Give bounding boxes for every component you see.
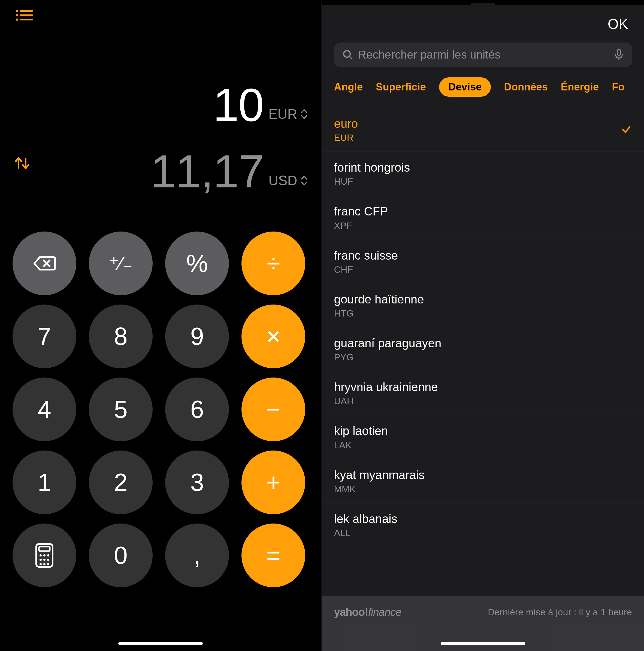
key-0[interactable]: 0 bbox=[89, 524, 153, 587]
home-indicator[interactable] bbox=[118, 642, 203, 645]
unit-code: HUF bbox=[334, 176, 410, 187]
chevron-updown-icon bbox=[300, 175, 308, 187]
ok-button[interactable]: OK bbox=[608, 16, 628, 32]
tab-énergie[interactable]: Énergie bbox=[561, 78, 599, 97]
svg-point-11 bbox=[39, 559, 42, 561]
history-list-icon[interactable] bbox=[15, 9, 33, 22]
unit-name: euro bbox=[334, 116, 358, 131]
unit-row-pyg[interactable]: guaraní paraguayenPYG bbox=[322, 327, 644, 371]
unit-row-chf[interactable]: franc suisseCHF bbox=[322, 240, 644, 283]
svg-point-16 bbox=[47, 563, 49, 565]
backspace-button[interactable] bbox=[12, 231, 76, 295]
minus-button[interactable]: − bbox=[241, 377, 305, 441]
search-input[interactable] bbox=[358, 48, 609, 61]
yahoo-finance-logo: yahoo!finance bbox=[334, 606, 402, 618]
multiply-button[interactable]: × bbox=[241, 305, 305, 368]
key-2[interactable]: 2 bbox=[89, 451, 153, 514]
key-3[interactable]: 3 bbox=[165, 451, 229, 514]
unit-row-huf[interactable]: forint hongroisHUF bbox=[322, 151, 644, 195]
key-9[interactable]: 9 bbox=[165, 305, 229, 368]
unit-name: forint hongrois bbox=[334, 160, 410, 175]
svg-point-13 bbox=[47, 559, 49, 561]
chevron-updown-icon bbox=[300, 108, 308, 120]
unit-picker-pane: OK AngleSuperficieDeviseDonnéesÉnergieFo… bbox=[322, 0, 644, 651]
tab-superficie[interactable]: Superficie bbox=[376, 78, 426, 97]
unit-code: ALL bbox=[334, 528, 397, 538]
key-6[interactable]: 6 bbox=[165, 377, 229, 441]
unit-row-htg[interactable]: gourde haïtienneHTG bbox=[322, 283, 644, 327]
unit-code: EUR bbox=[334, 132, 358, 143]
calculator-icon bbox=[35, 542, 54, 568]
unit-name: kip laotien bbox=[334, 423, 388, 438]
calculator-pane: 10 EUR 11,17 USD bbox=[0, 0, 322, 651]
unit-name: kyat myanmarais bbox=[334, 467, 425, 483]
output-unit-label: USD bbox=[268, 173, 297, 188]
tab-devise[interactable]: Devise bbox=[439, 78, 491, 97]
input-unit-selector[interactable]: EUR bbox=[268, 106, 308, 128]
display-divider bbox=[38, 138, 308, 138]
decimal-button[interactable]: , bbox=[165, 524, 229, 587]
unit-code: XPF bbox=[334, 220, 388, 231]
svg-point-4 bbox=[16, 19, 18, 21]
svg-line-18 bbox=[349, 56, 352, 59]
input-value: 10 bbox=[213, 82, 264, 128]
output-value: 11,17 bbox=[150, 148, 264, 194]
unit-name: hryvnia ukrainienne bbox=[334, 379, 438, 395]
unit-name: guaraní paraguayen bbox=[334, 335, 441, 351]
unit-row-lak[interactable]: kip laotienLAK bbox=[322, 415, 644, 459]
unit-code: MMK bbox=[334, 484, 425, 494]
svg-point-10 bbox=[47, 554, 49, 556]
equals-button[interactable]: = bbox=[241, 524, 305, 587]
key-1[interactable]: 1 bbox=[12, 451, 76, 514]
tab-données[interactable]: Données bbox=[504, 78, 548, 97]
calculator-mode-button[interactable] bbox=[12, 524, 76, 587]
svg-point-12 bbox=[43, 559, 46, 561]
sheet-grabber[interactable] bbox=[322, 0, 644, 5]
input-unit-label: EUR bbox=[268, 106, 297, 122]
unit-code: UAH bbox=[334, 396, 438, 406]
output-unit-selector[interactable]: USD bbox=[268, 173, 308, 194]
mic-icon[interactable] bbox=[614, 48, 624, 61]
unit-code: HTG bbox=[334, 308, 424, 319]
unit-code: CHF bbox=[334, 264, 398, 275]
home-indicator[interactable] bbox=[441, 642, 525, 645]
svg-rect-7 bbox=[39, 547, 50, 551]
svg-point-0 bbox=[16, 10, 18, 12]
svg-point-14 bbox=[39, 563, 42, 565]
svg-point-8 bbox=[39, 554, 42, 556]
unit-code: LAK bbox=[334, 440, 388, 451]
key-8[interactable]: 8 bbox=[89, 305, 153, 368]
unit-name: gourde haïtienne bbox=[334, 291, 424, 307]
svg-point-15 bbox=[43, 563, 46, 565]
search-icon bbox=[342, 49, 353, 60]
key-7[interactable]: 7 bbox=[12, 305, 76, 368]
input-display-row: 10 EUR bbox=[13, 82, 308, 128]
unit-name: franc suisse bbox=[334, 248, 398, 263]
key-4[interactable]: 4 bbox=[12, 377, 76, 441]
unit-row-mmk[interactable]: kyat myanmaraisMMK bbox=[322, 459, 644, 503]
unit-list[interactable]: euroEURforint hongroisHUFfranc CFPXPFfra… bbox=[322, 107, 644, 651]
last-update-text: Dernière mise à jour : il y a 1 heure bbox=[488, 607, 632, 618]
unit-name: lek albanais bbox=[334, 511, 397, 527]
divide-button[interactable]: ÷ bbox=[241, 231, 305, 295]
tab-fo[interactable]: Fo bbox=[612, 78, 624, 97]
tab-angle[interactable]: Angle bbox=[334, 78, 363, 97]
search-bar[interactable] bbox=[334, 42, 632, 67]
key-5[interactable]: 5 bbox=[89, 377, 153, 441]
check-icon bbox=[620, 124, 632, 135]
percent-button[interactable]: % bbox=[165, 231, 229, 295]
unit-row-uah[interactable]: hryvnia ukrainienneUAH bbox=[322, 371, 644, 415]
plus-button[interactable]: + bbox=[241, 451, 305, 514]
svg-point-2 bbox=[16, 14, 18, 17]
backspace-icon bbox=[32, 251, 57, 276]
svg-point-9 bbox=[43, 554, 46, 556]
category-tabs: AngleSuperficieDeviseDonnéesÉnergieFo bbox=[322, 76, 644, 107]
unit-code: PYG bbox=[334, 352, 441, 363]
output-display-row: 11,17 USD bbox=[13, 148, 308, 194]
svg-rect-19 bbox=[617, 49, 620, 55]
unit-row-xpf[interactable]: franc CFPXPF bbox=[322, 195, 644, 239]
unit-row-all[interactable]: lek albanaisALL bbox=[322, 503, 644, 547]
unit-row-eur[interactable]: euroEUR bbox=[322, 107, 644, 151]
svg-point-17 bbox=[344, 51, 350, 57]
plusminus-button[interactable]: ⁺∕₋ bbox=[89, 231, 153, 295]
